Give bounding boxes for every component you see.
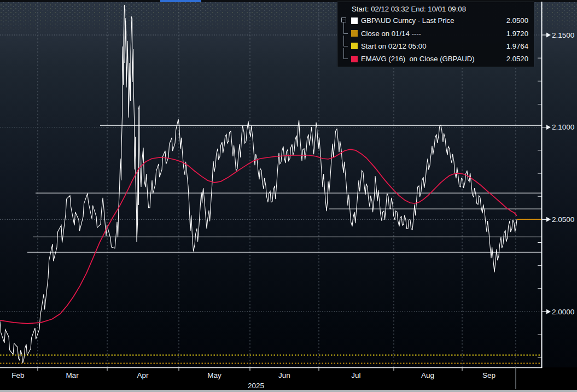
x-axis-month-label: Apr — [137, 371, 149, 379]
series-swatch-yellow — [351, 43, 358, 49]
x-axis-year-label: 2025 — [248, 382, 264, 390]
x-axis-month-label: Jun — [278, 371, 290, 379]
bloomberg-chart-window: 2.15002.10002.05002.0000FebMarAprMayJunJ… — [0, 0, 577, 392]
legend-row-close[interactable]: Close on 01/14 ---- 1.9720 — [340, 28, 529, 39]
legend-period-title: Start: 02/12 03:32 End: 10/01 09:08 — [340, 5, 529, 13]
x-axis-month-label: Aug — [421, 371, 434, 379]
legend-value: 1.9764 — [506, 42, 529, 50]
legend-label: GBPAUD Curncy - Last Price — [361, 16, 505, 25]
x-axis-month-label: Feb — [11, 371, 24, 379]
y-axis-label: 2.1000 — [552, 123, 574, 131]
legend-label: Start on 02/12 05:00 — [361, 42, 505, 50]
legend-row-last-price[interactable]: GBPAUD Curncy - Last Price 2.0500 — [340, 15, 529, 26]
legend-label: Close on 01/14 ---- — [361, 30, 505, 38]
x-axis-month-label: May — [207, 371, 222, 379]
x-axis-month-label: Sep — [482, 371, 496, 379]
legend-value: 1.9720 — [506, 30, 529, 38]
y-axis-label: 2.1500 — [552, 31, 574, 39]
legend-value: 2.0500 — [506, 16, 529, 25]
y-axis-label: 2.0000 — [552, 308, 574, 316]
series-swatch-red — [351, 56, 358, 62]
window-bottom-edge — [0, 390, 577, 392]
legend-tree-cell — [340, 15, 349, 26]
series-swatch-amber — [351, 30, 358, 37]
legend-row-emavg[interactable]: EMAVG (216) on Close (GBPAUD) 2.0520 — [340, 54, 529, 64]
legend-tree-cell — [340, 54, 349, 64]
series-swatch-white — [351, 17, 358, 24]
legend-row-start[interactable]: Start on 02/12 05:00 1.9764 — [340, 41, 529, 51]
x-axis-month-label: Jul — [351, 371, 360, 379]
x-axis-month-label: Mar — [66, 371, 79, 379]
y-axis-label: 2.0500 — [552, 215, 574, 224]
legend-label: EMAVG (216) on Close (GBPAUD) — [361, 55, 505, 63]
chart-legend[interactable]: Start: 02/12 03:32 End: 10/01 09:08 GBPA… — [337, 2, 534, 67]
legend-tree-cell — [340, 28, 349, 39]
legend-tree-cell — [340, 41, 349, 51]
legend-value: 2.0520 — [506, 55, 529, 63]
